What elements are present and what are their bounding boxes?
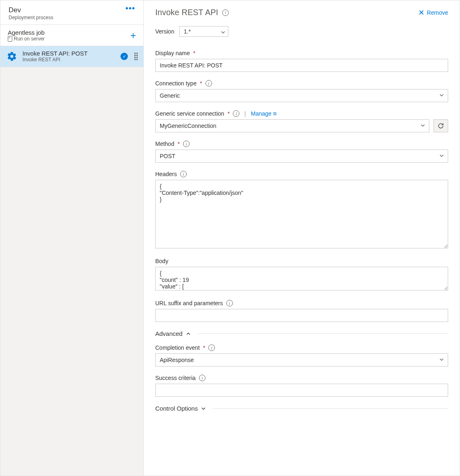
gear-icon [6,51,18,62]
method-select[interactable]: POST [155,150,448,163]
success-criteria-input[interactable] [155,384,448,397]
connection-type-select[interactable]: Generic [155,89,448,102]
info-icon[interactable]: i [183,141,190,147]
version-label: Version [155,28,174,35]
control-options-section-toggle[interactable]: Control Options [155,405,448,412]
chevron-down-icon [221,29,225,34]
display-name-input[interactable] [155,59,448,72]
task-title: Invoke REST API: POST [22,50,116,57]
task-status-icon: ✓ [121,53,128,60]
info-icon[interactable]: i [208,344,215,351]
url-suffix-input[interactable] [155,309,448,322]
stage-header[interactable]: Dev Deployment process ••• [0,0,143,25]
body-textarea[interactable]: { "count" : 19 "value" : [ [155,267,448,291]
right-panel: Invoke REST API i ✕ Remove Version 1.* D… [144,0,460,476]
required-asterisk: * [200,80,202,87]
remove-button[interactable]: ✕ Remove [418,8,448,17]
chevron-up-icon [186,331,191,336]
stage-title: Dev [9,6,53,14]
info-icon[interactable]: i [180,171,187,177]
required-asterisk: * [228,110,230,117]
info-icon[interactable]: i [233,110,239,117]
task-subtitle: Invoke REST API [22,57,116,63]
chevron-down-icon [201,406,206,411]
info-icon[interactable]: i [226,300,233,306]
completion-event-label: Completion event [155,344,200,351]
left-panel: Dev Deployment process ••• Agentless job… [0,0,144,476]
info-icon[interactable]: i [205,80,212,87]
refresh-button[interactable] [433,119,448,132]
refresh-icon [438,123,444,129]
connection-type-label: Connection type [155,80,197,87]
page-title: Invoke REST API [155,8,218,17]
job-subtitle: Run on server [8,36,45,42]
required-asterisk: * [193,50,195,56]
headers-textarea[interactable]: { "Content-Type":"application/json" } [155,180,448,248]
manage-link[interactable]: Manage ⧉ [251,110,277,117]
info-icon[interactable]: i [199,375,205,381]
info-icon[interactable]: i [222,9,229,16]
job-row[interactable]: Agentless job Run on server + [0,25,143,46]
drag-handle-icon[interactable] [134,53,138,60]
completion-event-select[interactable]: ApiResponse [155,353,448,366]
service-connection-select[interactable]: MyGenericConnection [155,119,429,132]
display-name-label: Display name [155,50,190,56]
svg-rect-0 [8,36,12,42]
url-suffix-label: URL suffix and parameters [155,300,223,306]
advanced-section-toggle[interactable]: Advanced [155,330,448,337]
task-row-selected[interactable]: Invoke REST API: POST Invoke REST API ✓ [0,46,143,67]
add-task-button[interactable]: + [130,30,136,41]
method-label: Method [155,141,174,147]
required-asterisk: * [178,141,180,147]
service-connection-label: Generic service connection [155,110,224,117]
more-options-button[interactable]: ••• [125,6,135,10]
success-criteria-label: Success criteria [155,375,196,381]
close-icon: ✕ [418,8,424,17]
version-select[interactable]: 1.* [179,26,228,37]
server-icon [8,36,12,42]
required-asterisk: * [203,344,205,351]
headers-label: Headers [155,171,177,177]
stage-subtitle: Deployment process [9,15,53,20]
body-label: Body [155,258,168,264]
external-link-icon: ⧉ [273,111,277,116]
job-title: Agentless job [8,29,45,36]
